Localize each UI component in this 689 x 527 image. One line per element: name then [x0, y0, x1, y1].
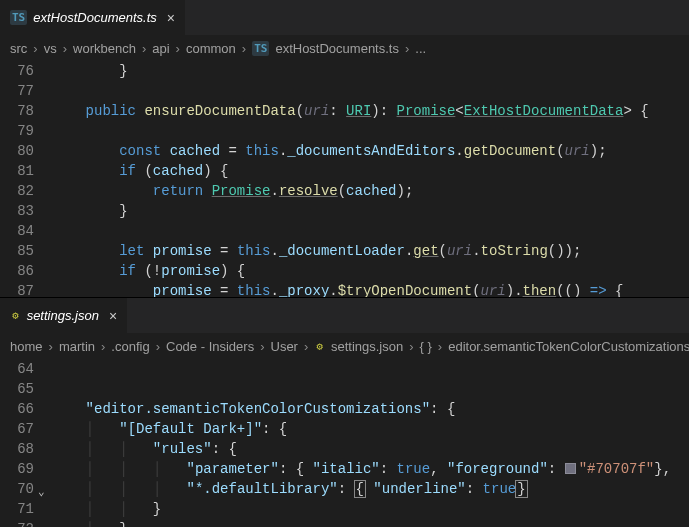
breadcrumb-item[interactable]: ⚙ settings.json — [314, 339, 403, 354]
line-number: 86 — [0, 261, 52, 281]
line-number: 66 — [0, 399, 52, 419]
line-number: 72 — [0, 519, 52, 527]
line-number: 82 — [0, 181, 52, 201]
code-line[interactable] — [52, 359, 689, 379]
breadcrumb-item[interactable]: Code - Insiders — [166, 339, 254, 354]
code-line[interactable]: │ "[Default Dark+]": { — [52, 419, 689, 439]
line-number: 84 — [0, 221, 52, 241]
json-file-icon: ⚙ — [314, 339, 325, 354]
code-line[interactable] — [52, 81, 689, 101]
breadcrumb-item[interactable]: home — [10, 339, 43, 354]
ts-file-icon: TS — [10, 10, 27, 25]
code-line[interactable]: return Promise.resolve(cached); — [52, 181, 689, 201]
breadcrumb-item[interactable]: { } — [420, 339, 432, 354]
tab-bar: ⚙ settings.json × — [0, 298, 689, 333]
close-icon[interactable]: × — [167, 10, 175, 26]
breadcrumb-item[interactable]: TS extHostDocuments.ts — [252, 41, 399, 56]
tab-bar: TS extHostDocuments.ts × — [0, 0, 689, 35]
color-swatch-icon — [565, 463, 576, 474]
tab-label: settings.json — [27, 308, 99, 323]
code-line[interactable]: │ } — [52, 519, 689, 527]
code-line[interactable]: │ │ } — [52, 499, 689, 519]
line-number: 85 — [0, 241, 52, 261]
code-line[interactable]: public ensureDocumentData(uri: URI): Pro… — [52, 101, 689, 121]
breadcrumb-item[interactable]: workbench — [73, 41, 136, 56]
chevron-right-icon: › — [260, 339, 264, 354]
chevron-right-icon: › — [63, 41, 67, 56]
line-number: 65 — [0, 379, 52, 399]
line-number: 67 — [0, 419, 52, 439]
breadcrumb-item[interactable]: api — [152, 41, 169, 56]
breadcrumbs[interactable]: src› vs› workbench› api› common› TS extH… — [0, 35, 689, 61]
code-line[interactable]: │ │ │ "parameter": { "italic": true, "fo… — [52, 459, 689, 479]
code-editor-bottom[interactable]: 64 65 66 "editor.semanticTokenColorCusto… — [0, 359, 689, 527]
chevron-right-icon: › — [176, 41, 180, 56]
line-number: 78 — [0, 101, 52, 121]
line-number: 81 — [0, 161, 52, 181]
breadcrumb-item[interactable]: src — [10, 41, 27, 56]
code-line[interactable]: let promise = this._documentLoader.get(u… — [52, 241, 689, 261]
breadcrumbs[interactable]: home› martin› .config› Code - Insiders› … — [0, 333, 689, 359]
code-editor-top[interactable]: 76 } 77 78 public ensureDocumentData(uri… — [0, 61, 689, 297]
line-number: 77 — [0, 81, 52, 101]
code-line[interactable]: const cached = this._documentsAndEditors… — [52, 141, 689, 161]
close-icon[interactable]: × — [109, 308, 117, 324]
line-number: 76 — [0, 61, 52, 81]
line-number: 87 — [0, 281, 52, 297]
breadcrumb-item[interactable]: User — [271, 339, 298, 354]
breadcrumb-item[interactable]: .config — [111, 339, 149, 354]
chevron-right-icon: › — [304, 339, 308, 354]
chevron-down-icon[interactable]: ⌄ — [38, 482, 45, 502]
chevron-right-icon: › — [438, 339, 442, 354]
code-line[interactable]: │ │ "rules": { — [52, 439, 689, 459]
code-line[interactable]: promise = this._proxy.$tryOpenDocument(u… — [52, 281, 689, 297]
code-line[interactable]: } — [52, 201, 689, 221]
chevron-right-icon: › — [142, 41, 146, 56]
code-line[interactable]: "editor.semanticTokenColorCustomizations… — [52, 399, 689, 419]
breadcrumb-item[interactable]: vs — [44, 41, 57, 56]
tab-label: extHostDocuments.ts — [33, 10, 157, 25]
chevron-right-icon: › — [409, 339, 413, 354]
breadcrumb-file-label: settings.json — [331, 339, 403, 354]
line-number: 68 — [0, 439, 52, 459]
line-number: 71 — [0, 499, 52, 519]
code-line[interactable] — [52, 221, 689, 241]
line-number: 64 — [0, 359, 52, 379]
code-line[interactable]: if (cached) { — [52, 161, 689, 181]
json-file-icon: ⚙ — [10, 308, 21, 323]
code-line[interactable] — [52, 379, 689, 399]
chevron-right-icon: › — [33, 41, 37, 56]
code-line[interactable]: │ │ │ "*.defaultLibrary": { "underline":… — [52, 479, 689, 499]
code-line[interactable]: } — [52, 61, 689, 81]
line-number: 83 — [0, 201, 52, 221]
breadcrumb-item[interactable]: ... — [415, 41, 426, 56]
chevron-right-icon: › — [242, 41, 246, 56]
ts-file-icon: TS — [252, 41, 269, 56]
editor-pane-bottom: ⚙ settings.json × home› martin› .config›… — [0, 298, 689, 527]
editor-pane-top: TS extHostDocuments.ts × src› vs› workbe… — [0, 0, 689, 298]
chevron-right-icon: › — [49, 339, 53, 354]
breadcrumb-file-label: extHostDocuments.ts — [275, 41, 399, 56]
line-number: 80 — [0, 141, 52, 161]
chevron-right-icon: › — [405, 41, 409, 56]
tab-settings-json[interactable]: ⚙ settings.json × — [0, 298, 127, 333]
code-line[interactable]: if (!promise) { — [52, 261, 689, 281]
breadcrumb-item[interactable]: martin — [59, 339, 95, 354]
breadcrumb-item[interactable]: common — [186, 41, 236, 56]
code-line[interactable] — [52, 121, 689, 141]
chevron-right-icon: › — [156, 339, 160, 354]
breadcrumb-item[interactable]: editor.semanticTokenColorCustomizations — [448, 339, 689, 354]
tab-ext-host-documents[interactable]: TS extHostDocuments.ts × — [0, 0, 185, 35]
chevron-right-icon: › — [101, 339, 105, 354]
line-number: 79 — [0, 121, 52, 141]
line-number: 69 — [0, 459, 52, 479]
